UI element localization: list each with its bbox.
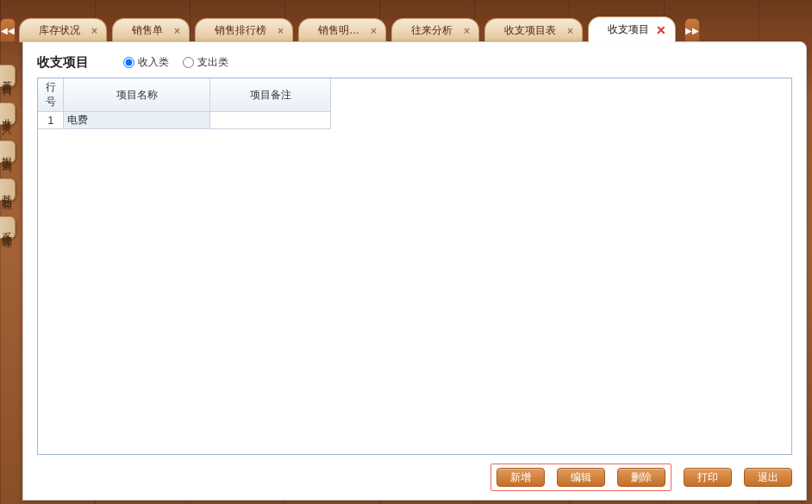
close-icon[interactable]: ×: [371, 26, 377, 36]
tab-receivable-analysis[interactable]: 往来分析 ×: [391, 18, 479, 42]
grid-table: 行号 项目名称 项目备注 1 电费: [38, 78, 331, 129]
side-report-query[interactable]: 报表查询: [0, 140, 16, 163]
tab-label: 销售明…: [318, 23, 359, 38]
col-header-remark[interactable]: 项目备注: [210, 78, 331, 112]
close-icon[interactable]: ×: [174, 26, 180, 36]
tab-label: 销售排行榜: [215, 23, 266, 38]
delete-button[interactable]: 删除: [617, 468, 665, 487]
col-header-rownum[interactable]: 行号: [38, 78, 64, 112]
data-grid[interactable]: 行号 项目名称 项目备注 1 电费: [37, 78, 792, 455]
side-rail: 基本资料 业务录入 报表查询 其它功能 系统管理: [0, 65, 16, 239]
add-button[interactable]: 新增: [497, 468, 545, 487]
tab-sales-order[interactable]: 销售单 ×: [112, 18, 190, 42]
radio-income-label: 收入类: [138, 55, 169, 70]
radio-expense-input[interactable]: [183, 57, 194, 68]
tab-label: 往来分析: [411, 23, 453, 38]
radio-income-input[interactable]: [123, 57, 134, 68]
col-header-name[interactable]: 项目名称: [64, 78, 210, 112]
radio-expense-label: 支出类: [197, 55, 228, 70]
tabs-scroll-left[interactable]: ◀◀: [0, 18, 16, 42]
print-button[interactable]: 打印: [684, 468, 732, 487]
close-icon[interactable]: ✕: [656, 24, 666, 36]
tab-income-expense-item[interactable]: 收支项目 ✕: [588, 16, 676, 42]
tab-label: 收支项目表: [504, 23, 556, 38]
edit-button[interactable]: 编辑: [557, 468, 605, 487]
tab-sales-rank[interactable]: 销售排行榜 ×: [195, 18, 293, 42]
panel-header: 收支项目 收入类 支出类: [37, 54, 792, 78]
tab-label: 库存状况: [39, 23, 80, 38]
tab-inventory[interactable]: 库存状况 ×: [19, 18, 107, 42]
tab-sales-detail[interactable]: 销售明… ×: [298, 18, 386, 42]
tab-label: 销售单: [132, 23, 163, 38]
close-icon[interactable]: ×: [464, 26, 470, 36]
cell-rownum: 1: [38, 112, 64, 129]
side-other-functions[interactable]: 其它功能: [0, 178, 16, 201]
close-icon[interactable]: ×: [567, 26, 573, 36]
tab-income-expense-table[interactable]: 收支项目表 ×: [484, 18, 583, 42]
main-panel: 收支项目 收入类 支出类 行号 项目名称 项目备注 1: [22, 41, 807, 501]
button-bar: 新增 编辑 删除 打印 退出: [37, 455, 792, 491]
crud-button-group: 新增 编辑 删除: [490, 464, 671, 491]
exit-button[interactable]: 退出: [744, 468, 792, 487]
tab-strip: ◀◀ 库存状况 × 销售单 × 销售排行榜 × 销售明… × 往来分析 × 收支…: [0, 16, 812, 42]
side-basic-data[interactable]: 基本资料: [0, 65, 16, 87]
close-icon[interactable]: ×: [91, 26, 97, 36]
table-row[interactable]: 1 电费: [38, 112, 331, 129]
grid-header-row: 行号 项目名称 项目备注: [38, 78, 331, 112]
type-radio-group: 收入类 支出类: [123, 55, 228, 70]
radio-income[interactable]: 收入类: [123, 55, 169, 70]
page-title: 收支项目: [37, 54, 89, 71]
cell-name: 电费: [64, 112, 210, 129]
side-system-manage[interactable]: 系统管理: [0, 216, 16, 239]
side-business-entry[interactable]: 业务录入: [0, 103, 16, 125]
tabs-scroll-right[interactable]: ▶▶: [684, 18, 700, 42]
close-icon[interactable]: ×: [278, 26, 284, 36]
cell-remark: [210, 112, 331, 129]
tab-label: 收支项目: [608, 22, 649, 37]
radio-expense[interactable]: 支出类: [183, 55, 228, 70]
